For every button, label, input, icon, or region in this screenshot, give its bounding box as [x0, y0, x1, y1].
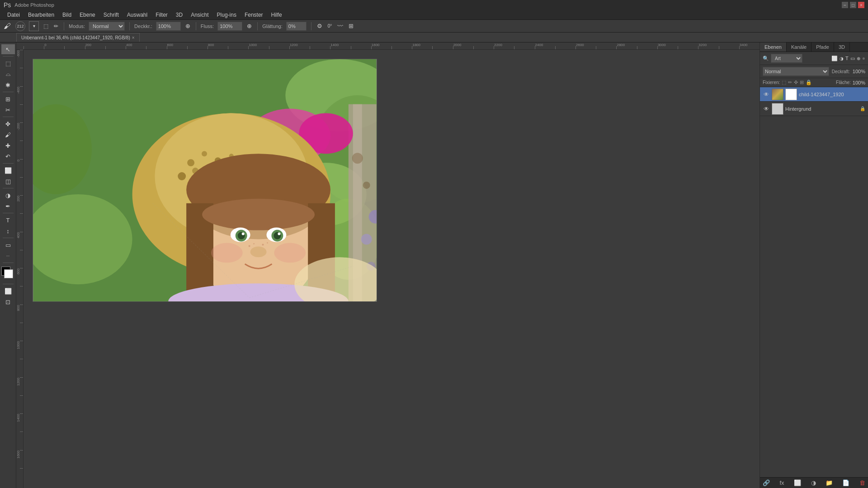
fluss-input[interactable] — [217, 22, 242, 31]
menu-datei[interactable]: Datei — [4, 11, 24, 19]
add-style-btn[interactable]: fx — [779, 479, 784, 486]
blend-mode-select[interactable]: Normal — [763, 67, 829, 76]
deckkraft-panel-value: 100% — [853, 69, 865, 74]
angle-btn[interactable]: ⚙ — [316, 22, 323, 30]
slice-tool[interactable]: ✂ — [1, 105, 15, 115]
menu-auswahl[interactable]: Auswahl — [123, 11, 151, 19]
glaettung-input[interactable] — [286, 22, 307, 31]
lock-all-btn[interactable]: 🔒 — [806, 80, 812, 85]
path-select-tool[interactable]: ↕ — [1, 226, 15, 236]
brush-mode-btn[interactable]: ⬚ — [42, 22, 49, 30]
layer-mask-child — [785, 89, 797, 100]
layer-kind-select[interactable]: Art — [771, 54, 802, 63]
link-layers-btn[interactable]: 🔗 — [763, 479, 770, 486]
move-tool[interactable]: ↖ — [1, 44, 15, 54]
pen-tool[interactable]: ✒ — [1, 201, 15, 211]
svg-point-44 — [267, 242, 268, 244]
menu-3d[interactable]: 3D — [172, 11, 186, 19]
top-ruler-numbers: 0200400600800100012001400160018002000220… — [24, 42, 760, 50]
spot-heal-tool[interactable]: ✤ — [1, 119, 15, 129]
maximize-button[interactable]: □ — [850, 2, 856, 8]
menu-bearbeiten[interactable]: Bearbeiten — [24, 11, 58, 19]
svg-point-29 — [202, 199, 315, 230]
menu-plugins[interactable]: Plug-ins — [213, 11, 240, 19]
background-color[interactable] — [4, 269, 13, 278]
lasso-tool[interactable]: ⌓ — [1, 69, 15, 79]
history-brush-tool[interactable]: ↶ — [1, 151, 15, 161]
menu-filter[interactable]: Filter — [152, 11, 171, 19]
brush-extra-btn[interactable]: ⊞ — [348, 22, 354, 30]
search-icon: 🔍 — [763, 56, 769, 61]
lock-position-btn[interactable]: ✜ — [794, 80, 798, 85]
eraser-tool[interactable]: ⬜ — [1, 165, 15, 175]
titlebar-title: Adobe Photoshop — [14, 2, 54, 8]
add-mask-btn[interactable]: ⬜ — [794, 479, 801, 486]
lock-transparent-btn[interactable]: ⬚ — [782, 80, 786, 85]
svg-point-38 — [250, 246, 267, 257]
filter-type-btn[interactable]: T — [845, 56, 849, 61]
pressure-opacity-btn[interactable]: ⊕ — [184, 22, 191, 30]
tab-kanaele[interactable]: Kanäle — [787, 42, 811, 52]
lock-paint-btn[interactable]: ✏ — [788, 80, 792, 85]
brush-opacity-btn[interactable]: ✏ — [53, 22, 59, 30]
pressure-btn[interactable]: 〰 — [336, 22, 344, 30]
add-fill-btn[interactable]: ◑ — [811, 479, 816, 486]
layer-filter-bar: 🔍 Art ⬜ ◑ T ▭ ⊕ ● — [760, 52, 868, 65]
layer-row-background[interactable]: 👁 Hintergrund 🔒 — [760, 102, 868, 116]
left-toolbar: ↖ ⬚ ⌓ ✱ ⊞ ✂ ✤ 🖌 ✚ ↶ ⬜ ◫ ◑ ✒ T ↕ ▭ ··· — [0, 42, 16, 488]
options-separator-3 — [196, 22, 196, 30]
menu-ebene[interactable]: Ebene — [76, 11, 99, 19]
clone-tool[interactable]: ✚ — [1, 141, 15, 150]
filter-pixel-btn[interactable]: ⬜ — [831, 56, 838, 61]
pressure-flow-btn[interactable]: ⊕ — [246, 22, 253, 30]
brush-tool[interactable]: 🖌 — [1, 130, 15, 140]
type-tool[interactable]: T — [1, 215, 15, 225]
gradient-tool[interactable]: ◫ — [1, 176, 15, 186]
brush-tool-options-icon[interactable]: 🖌 — [3, 21, 12, 31]
layer-row-child[interactable]: 👁 child-1423447_1920 — [760, 87, 868, 102]
menu-fenster[interactable]: Fenster — [241, 11, 267, 19]
layer-visibility-background[interactable]: 👁 — [763, 106, 770, 112]
shape-tool[interactable]: ▭ — [1, 240, 15, 250]
options-bar: 🖌 212 ▾ ⬚ ✏ Modus: Normal Deckkr.: ⊕ Flu… — [0, 20, 868, 33]
color-swatches[interactable] — [1, 267, 15, 280]
menu-schrift[interactable]: Schrift — [100, 11, 123, 19]
filter-shape-btn[interactable]: ▭ — [850, 56, 855, 61]
canvas[interactable] — [33, 59, 377, 302]
mode-select[interactable]: Normal — [89, 22, 125, 31]
marquee-tool[interactable]: ⬚ — [1, 58, 15, 68]
dodge-tool[interactable]: ◑ — [1, 190, 15, 200]
tab-ebenen[interactable]: Ebenen — [760, 42, 787, 52]
screen-mode-btn[interactable]: ⊡ — [1, 297, 15, 307]
layer-options-row: Fixieren: ⬚ ✏ ✜ ⊞ 🔒 Fläche: 100% — [760, 78, 868, 87]
svg-point-41 — [249, 245, 250, 247]
deckkraft-input[interactable] — [156, 22, 181, 31]
minimize-button[interactable]: − — [842, 2, 848, 8]
lock-artboard-btn[interactable]: ⊞ — [800, 80, 804, 85]
tab-close-button[interactable]: × — [132, 35, 135, 40]
canvas-container[interactable] — [24, 50, 760, 488]
brush-preset-picker[interactable]: ▾ — [29, 21, 39, 31]
quick-select-tool[interactable]: ✱ — [1, 80, 15, 90]
window-controls[interactable]: − □ × — [842, 2, 864, 8]
svg-point-43 — [262, 244, 264, 245]
menu-bild[interactable]: Bild — [59, 11, 75, 19]
symmetry-btn[interactable]: 0° — [327, 23, 333, 29]
menu-hilfe[interactable]: Hilfe — [268, 11, 286, 19]
close-button[interactable]: × — [858, 2, 864, 8]
menu-ansicht[interactable]: Ansicht — [187, 11, 212, 19]
filter-smart-btn[interactable]: ⊕ — [857, 56, 860, 61]
document-tab[interactable]: Unbenannt-1 bei 36,4% (child-1423447_192… — [16, 33, 140, 42]
delete-layer-btn[interactable]: 🗑 — [859, 479, 865, 486]
crop-tool[interactable]: ⊞ — [1, 94, 15, 104]
layer-visibility-child[interactable]: 👁 — [763, 91, 770, 98]
filter-toggle-btn[interactable]: ● — [862, 55, 865, 61]
filter-adjust-btn[interactable]: ◑ — [840, 56, 844, 61]
tab-3d[interactable]: 3D — [834, 42, 850, 52]
add-layer-btn[interactable]: 📄 — [842, 479, 849, 486]
menubar: Datei Bearbeiten Bild Ebene Schrift Ausw… — [0, 10, 868, 20]
quick-mask-btn[interactable]: ⬜ — [1, 286, 15, 296]
extra-tools[interactable]: ··· — [1, 251, 15, 261]
add-group-btn[interactable]: 📁 — [826, 479, 833, 486]
tab-pfade[interactable]: Pfade — [811, 42, 834, 52]
